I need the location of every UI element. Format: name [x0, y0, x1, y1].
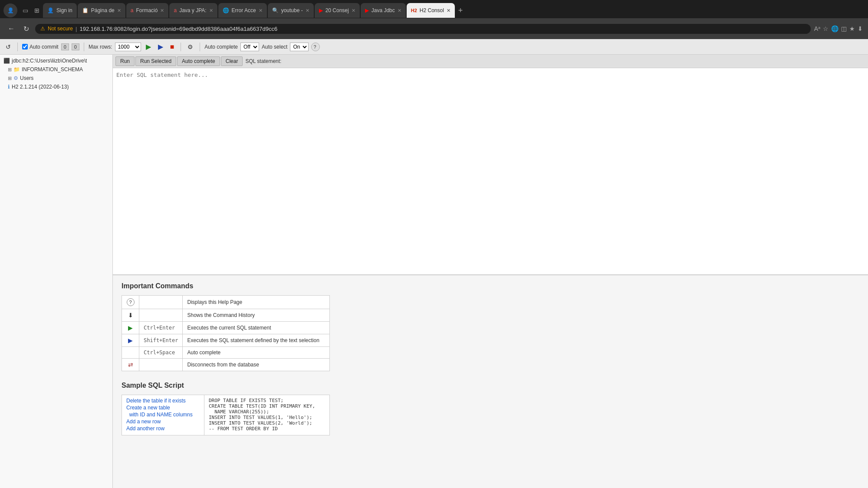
- h2-content: Important Commands ? Displays this Help …: [113, 275, 868, 488]
- tab-pagina[interactable]: 📋 Página de ✕: [78, 3, 125, 18]
- refresh-button[interactable]: ↺: [3, 42, 13, 52]
- tab-close[interactable]: ✕: [259, 8, 263, 13]
- tab-label: H2 Consol: [420, 7, 444, 13]
- translate-button[interactable]: 🌐: [831, 25, 838, 32]
- tab-close[interactable]: ✕: [306, 8, 309, 13]
- toolbar-separator-1: [17, 43, 18, 51]
- cmd-description: Auto complete: [183, 346, 330, 358]
- run-selected-button[interactable]: Run Selected: [135, 56, 176, 66]
- sql-link-1[interactable]: Delete the table if it exists: [126, 398, 200, 404]
- connections-button[interactable]: 0: [72, 43, 79, 50]
- tab-grid-button[interactable]: ⊞: [32, 5, 42, 16]
- browser-chrome: 👤 ▭ ⊞ 👤 Sign in 📋 Página de ✕ a Formació…: [0, 0, 868, 39]
- address-text[interactable]: 192.168.1.76:8082/login.do?jsessionid=69…: [79, 26, 805, 32]
- tab-close[interactable]: ✕: [398, 8, 401, 13]
- tab-label: Java y JPA:: [179, 7, 206, 13]
- sql-link-3[interactable]: with ID and NAME columns: [126, 412, 200, 418]
- table-row: Ctrl+Space Auto complete: [122, 346, 330, 358]
- star-button[interactable]: ☆: [823, 25, 829, 32]
- tab-youtube[interactable]: 🔍 youtube - ✕: [268, 3, 314, 18]
- tab-close[interactable]: ✕: [160, 8, 164, 13]
- auto-commit-checkbox[interactable]: [22, 44, 28, 49]
- reader-mode-button[interactable]: Aᵃ: [814, 25, 820, 32]
- tab-close[interactable]: ✕: [447, 8, 450, 13]
- address-bar: ← ↻ ⚠ Not secure | 192.168.1.76:8082/log…: [0, 18, 868, 39]
- tab-label: 20 Consej: [326, 7, 349, 13]
- run-button-toolbar[interactable]: ▶: [144, 41, 153, 52]
- sample-sql-table: Delete the table if it exists Create a n…: [122, 395, 330, 435]
- sql-link-5[interactable]: Add another row: [126, 425, 200, 432]
- auto-complete-select[interactable]: Off On: [240, 43, 259, 51]
- tab-label: Página de: [91, 7, 115, 13]
- settings-button[interactable]: ⚙: [185, 42, 195, 52]
- sidebar-item-label: Users: [20, 75, 33, 81]
- toolbar-separator-4: [200, 43, 200, 51]
- sample-sql-links[interactable]: Delete the table if it exists Create a n…: [122, 395, 204, 435]
- tab-label: youtube -: [281, 7, 303, 13]
- sidebar-item-users[interactable]: ⊞ ⚙ Users: [2, 74, 111, 82]
- download-button[interactable]: ⬇: [858, 25, 863, 32]
- connection-icon: ⬛: [3, 58, 10, 64]
- new-tab-button[interactable]: +: [456, 4, 466, 17]
- run-selected-button-toolbar[interactable]: ▶: [156, 41, 165, 52]
- history-button[interactable]: 0: [61, 43, 69, 50]
- tab-java-jpa[interactable]: a Java y JPA: ✕: [169, 3, 217, 18]
- connections-count: 0: [74, 44, 77, 49]
- sql-code-block: DROP TABLE IF EXISTS TEST; CREATE TABLE …: [209, 398, 325, 432]
- collections-button[interactable]: ◫: [841, 25, 847, 32]
- tab-close[interactable]: ✕: [209, 8, 213, 13]
- tab-java-jdbc[interactable]: ▶ Java Jdbc ✕: [361, 3, 406, 18]
- auto-complete-button[interactable]: Auto complete: [177, 56, 220, 66]
- help-cmd-icon: ?: [127, 298, 135, 306]
- tab-favicon: H2: [411, 8, 417, 13]
- h2-sidebar: ⬛ jdbc:h2:C:\Users\liizb\OneDrive\t ⊞ 📁 …: [0, 55, 113, 488]
- toolbar-separator-2: [84, 43, 84, 51]
- tab-favicon: a: [131, 7, 134, 13]
- important-commands-title: Important Commands: [122, 282, 859, 290]
- cmd-shortcut: Ctrl+Enter: [139, 321, 183, 334]
- clear-button[interactable]: Clear: [221, 56, 243, 66]
- help-button[interactable]: ?: [311, 43, 320, 51]
- disconnect-cmd-icon: ⇄: [128, 361, 133, 368]
- cmd-description: Executes the current SQL statement: [183, 321, 330, 334]
- expand-icon: ⊞: [8, 76, 12, 81]
- reload-button[interactable]: ↻: [21, 24, 32, 34]
- tab-formacion[interactable]: a Formació ✕: [126, 3, 169, 18]
- sidebar-connection[interactable]: ⬛ jdbc:h2:C:\Users\liizb\OneDrive\t: [2, 56, 111, 65]
- sql-link-2[interactable]: Create a new table: [126, 405, 200, 411]
- tab-20consejos[interactable]: ▶ 20 Consej ✕: [315, 3, 360, 18]
- tab-label: Error Acce: [232, 7, 256, 13]
- auto-commit-label[interactable]: Auto commit: [22, 44, 59, 50]
- stop-button[interactable]: ■: [168, 42, 177, 52]
- history-cmd-icon: ⬇: [128, 312, 133, 319]
- run-button[interactable]: Run: [115, 56, 135, 66]
- tab-error[interactable]: 🌐 Error Acce ✕: [218, 3, 267, 18]
- editor-toolbar: Run Run Selected Auto complete Clear SQL…: [113, 55, 868, 68]
- sql-editor[interactable]: [113, 68, 868, 275]
- tab-manage-button[interactable]: ▭: [20, 5, 31, 16]
- profile-button[interactable]: 👤: [3, 3, 17, 17]
- tab-favicon: 📋: [82, 7, 89, 13]
- cmd-description: Shows the Command History: [183, 309, 330, 321]
- tab-close[interactable]: ✕: [117, 8, 121, 13]
- cmd-shortcut: [139, 309, 183, 321]
- auto-select-select[interactable]: On Off: [290, 43, 309, 51]
- tab-label: Java Jdbc: [372, 7, 395, 13]
- cmd-description: Executes the SQL statement defined by th…: [183, 334, 330, 346]
- back-button[interactable]: ←: [5, 24, 17, 33]
- run-selected-cmd-icon: ▶: [128, 337, 133, 344]
- cmd-shortcut: [139, 295, 183, 309]
- history-count: 0: [64, 44, 66, 49]
- sidebar-item-info-schema[interactable]: ⊞ 📁 INFORMATION_SCHEMA: [2, 65, 111, 74]
- sample-sql-code: DROP TABLE IF EXISTS TEST; CREATE TABLE …: [204, 395, 330, 435]
- tab-label: Sign in: [56, 7, 72, 13]
- tab-close[interactable]: ✕: [352, 8, 355, 13]
- tab-favicon: 🌐: [223, 7, 229, 13]
- tab-h2console[interactable]: H2 H2 Consol ✕: [407, 3, 455, 18]
- favorites-button[interactable]: ★: [849, 25, 855, 32]
- max-rows-select[interactable]: 1000 100 10000: [115, 43, 141, 51]
- sql-link-4[interactable]: Add a new row: [126, 419, 200, 425]
- tab-signin[interactable]: 👤 Sign in: [43, 3, 77, 18]
- address-input-wrapper[interactable]: ⚠ Not secure | 192.168.1.76:8082/login.d…: [35, 24, 811, 34]
- cmd-shortcut: [139, 358, 183, 371]
